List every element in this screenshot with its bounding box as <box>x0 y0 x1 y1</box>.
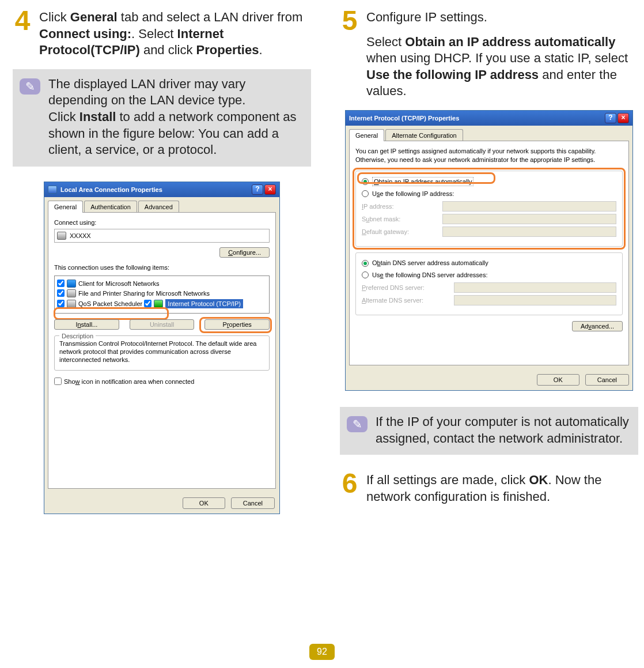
tab-general[interactable]: General <box>349 129 384 141</box>
tab-advanced[interactable]: Advanced <box>138 201 179 213</box>
subnet-field[interactable] <box>442 214 616 224</box>
cancel-button[interactable]: Cancel <box>585 374 629 386</box>
tab-authentication[interactable]: Authentication <box>84 201 137 213</box>
help-button[interactable]: ? <box>252 184 263 195</box>
advanced-button[interactable]: Advanced... <box>572 321 623 331</box>
description-group: Description Transmission Control Protoco… <box>54 335 270 371</box>
dialog-titlebar: Internet Protocol (TCP/IP) Properties ? … <box>346 111 632 126</box>
pref-dns-label: Preferred DNS server: <box>362 284 454 292</box>
local-area-connection-properties-dialog: Local Area Connection Properties ? × Gen… <box>44 182 280 514</box>
checkbox[interactable] <box>144 300 151 307</box>
selected-item: Internet Protocol (TCP/IP) <box>165 299 243 308</box>
tab-alternate[interactable]: Alternate Configuration <box>385 129 463 141</box>
page-number: 92 <box>309 644 335 660</box>
client-icon <box>67 280 76 288</box>
close-button[interactable]: × <box>264 184 276 195</box>
pencil-icon: ✎ <box>20 78 40 95</box>
radio-obtain-dns-auto[interactable]: Obtain DNS server address automatically <box>362 259 616 267</box>
dns-group: Obtain DNS server address automatically … <box>355 252 623 315</box>
step-4-text: Click General tab and select a LAN drive… <box>39 7 311 59</box>
adapter-icon <box>57 232 66 240</box>
gateway-label: Default gateway: <box>362 228 442 236</box>
printer-icon <box>67 289 76 297</box>
step-6-text: If all settings are made, click OK. Now … <box>366 470 638 505</box>
ip-group: Obtain an IP address automatically Use t… <box>355 171 623 247</box>
tab-general[interactable]: General <box>48 201 83 213</box>
checkbox[interactable] <box>57 300 65 307</box>
subnet-label: Subnet mask: <box>362 215 442 223</box>
dialog-titlebar: Local Area Connection Properties ? × <box>44 182 279 197</box>
properties-button[interactable]: Properties <box>204 319 270 330</box>
step-6-number: 6 <box>340 470 359 505</box>
radio-obtain-ip-auto[interactable]: Obtain an IP address automatically <box>362 177 616 186</box>
note-1-p1: The displayed LAN driver may vary depend… <box>48 76 303 109</box>
install-button[interactable]: Install... <box>54 319 119 330</box>
note-2-text: If the IP of your computer is not automa… <box>376 414 630 447</box>
qos-icon <box>67 300 76 308</box>
adapter-field[interactable]: XXXXX <box>54 229 270 243</box>
show-icon-checkbox[interactable]: Show icon in notification area when conn… <box>54 378 194 386</box>
description-label: Description <box>59 332 96 340</box>
ok-button[interactable]: OK <box>537 374 579 386</box>
dialog-title: Internet Protocol (TCP/IP) Properties <box>349 114 459 122</box>
ip-address-field[interactable] <box>442 201 616 212</box>
close-button[interactable]: × <box>618 113 629 123</box>
dialog-title: Local Area Connection Properties <box>60 186 162 194</box>
description-text: Transmission Control Protocol/Internet P… <box>59 339 264 364</box>
step-4: 4 Click General tab and select a LAN dri… <box>13 7 311 59</box>
highlight-tcpip <box>54 307 169 320</box>
step-5-line1: Configure IP settings. <box>366 9 638 26</box>
radio-dot-icon <box>362 271 369 278</box>
step-5-para: Select Obtain an IP address automaticall… <box>366 34 638 100</box>
ip-address-label: IP address: <box>362 202 442 210</box>
ok-button[interactable]: OK <box>183 497 225 509</box>
intro-text: You can get IP settings assigned automat… <box>355 147 623 164</box>
network-icon <box>48 186 57 194</box>
uninstall-button[interactable]: Uninstall <box>130 319 195 330</box>
network-items-list[interactable]: Client for Microsoft Networks File and P… <box>54 275 270 314</box>
checkbox[interactable] <box>57 289 65 297</box>
step-5-number: 5 <box>340 7 359 100</box>
pencil-icon: ✎ <box>347 416 368 432</box>
radio-dot-icon <box>362 178 369 185</box>
step-6: 6 If all settings are made, click OK. No… <box>340 470 638 505</box>
list-item: Client for Microsoft Networks <box>57 280 160 288</box>
radio-dot-icon <box>362 260 369 267</box>
adapter-name: XXXXX <box>70 232 91 240</box>
configure-button[interactable]: CConfigure...onfigure... <box>219 247 270 258</box>
note-2: ✎ If the IP of your computer is not auto… <box>340 407 638 455</box>
gateway-field[interactable] <box>442 227 616 237</box>
radio-dot-icon <box>362 190 369 197</box>
radio-use-following-dns[interactable]: Use the following DNS server addresses: <box>362 271 616 279</box>
pref-dns-field[interactable] <box>454 282 616 293</box>
uses-items-label: This connection uses the following items… <box>54 263 270 271</box>
note-1: ✎ The displayed LAN driver may vary depe… <box>13 69 311 167</box>
cancel-button[interactable]: Cancel <box>231 497 275 509</box>
connect-using-label: Connect using: <box>54 218 270 227</box>
tcpip-icon <box>154 300 163 308</box>
checkbox[interactable] <box>57 280 65 287</box>
step-5: 5 Configure IP settings. Select Obtain a… <box>340 7 638 100</box>
radio-use-following-ip[interactable]: Use the following IP address: <box>362 190 616 198</box>
list-item: File and Printer Sharing for Microsoft N… <box>57 289 210 297</box>
alt-dns-label: Alternate DNS server: <box>362 296 454 304</box>
help-button[interactable]: ? <box>605 113 616 123</box>
alt-dns-field[interactable] <box>454 295 616 305</box>
step-4-number: 4 <box>13 7 32 59</box>
list-item: QoS Packet Scheduler <box>57 300 142 308</box>
internet-protocol-properties-dialog: Internet Protocol (TCP/IP) Properties ? … <box>345 110 633 391</box>
list-item: Internet Protocol (TCP/IP) <box>144 299 243 308</box>
note-1-p2: Click Install to add a network component… <box>48 109 303 158</box>
